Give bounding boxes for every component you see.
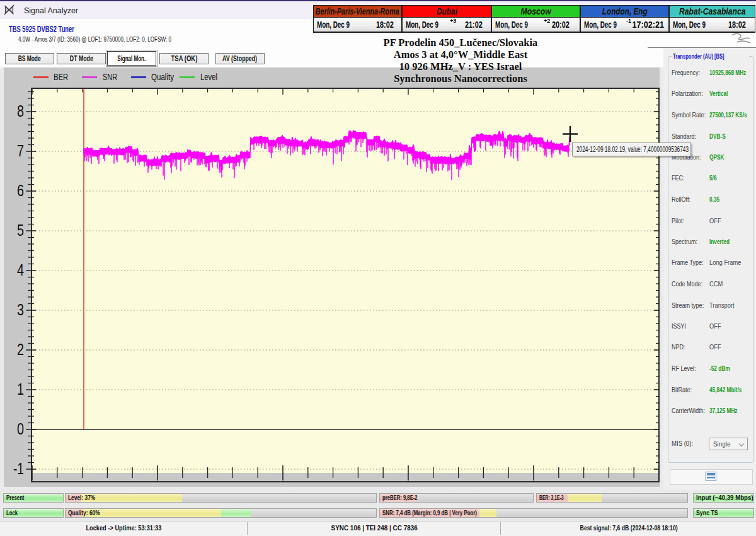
- svg-text:4: 4: [17, 260, 24, 279]
- svg-text:6: 6: [17, 181, 24, 200]
- svg-text:1: 1: [17, 380, 24, 399]
- svg-text:0: 0: [17, 419, 24, 438]
- svg-text:7: 7: [17, 141, 24, 160]
- svg-text:-1: -1: [13, 459, 24, 478]
- svg-text:8: 8: [17, 102, 24, 120]
- svg-text:5: 5: [17, 221, 24, 240]
- svg-text:2: 2: [17, 340, 24, 359]
- svg-text:3: 3: [17, 300, 24, 319]
